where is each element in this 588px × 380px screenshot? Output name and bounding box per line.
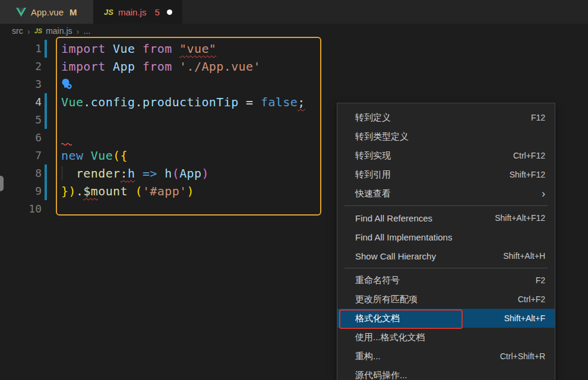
menu-item[interactable]: 转到定义F12: [337, 108, 555, 127]
menu-item-label: 转到实现: [355, 150, 513, 162]
menu-item[interactable]: Show Call HierarchyShift+Alt+H: [337, 246, 555, 265]
code-token: [135, 166, 142, 180]
code-token: (: [135, 184, 142, 198]
menu-item-label: 快速查看: [355, 188, 542, 200]
code-token: h: [128, 166, 135, 180]
code-token: =: [239, 95, 261, 109]
code-token: false: [261, 95, 298, 109]
code-token: .: [135, 95, 142, 109]
breadcrumb: src › JS main.js › ...: [0, 24, 588, 38]
menu-item-shortcut: Shift+Alt+H: [503, 251, 545, 261]
submenu-arrow-icon: ›: [542, 188, 545, 199]
menu-item[interactable]: 重命名符号F2: [337, 271, 555, 290]
code-line[interactable]: 1import Vue from "vue": [0, 40, 588, 58]
code-token: App: [179, 166, 201, 180]
menu-item[interactable]: 源代码操作...: [337, 366, 555, 380]
menu-item-label: 重构...: [355, 351, 500, 362]
error-count-badge: 5: [154, 7, 159, 17]
breadcrumb-item-src[interactable]: src: [12, 26, 23, 36]
tab-label: main.js: [118, 7, 147, 17]
code-text[interactable]: new Vue({: [61, 147, 128, 164]
code-token: ): [187, 184, 194, 198]
dirty-indicator-icon[interactable]: [167, 10, 172, 15]
vue-icon: [16, 8, 26, 17]
breadcrumb-item-symbol[interactable]: ...: [84, 26, 91, 36]
menu-item-label: 转到引用: [355, 169, 510, 180]
lightbulb-icon[interactable]: [61, 77, 72, 91]
menu-item[interactable]: 重构...Ctrl+Shift+R: [337, 347, 555, 366]
code-token: ;: [298, 95, 305, 109]
menu-item-format-document[interactable]: 格式化文档Shift+Alt+F: [337, 309, 555, 328]
menu-separator: [344, 268, 548, 268]
line-number[interactable]: 7: [0, 147, 42, 164]
sidebar-drag-handle[interactable]: [0, 176, 4, 191]
menu-item[interactable]: Find All ReferencesShift+Alt+F12: [337, 208, 555, 227]
code-token: from: [143, 59, 179, 74]
code-token: '#app': [143, 184, 187, 198]
vscode-window: App.vue M JS main.js 5 src › JS main.js …: [0, 0, 588, 380]
tab-app-vue[interactable]: App.vue M: [0, 0, 93, 24]
line-number[interactable]: 4: [0, 93, 42, 111]
line-number[interactable]: 2: [0, 58, 42, 75]
breadcrumb-item-file[interactable]: main.js: [46, 26, 72, 36]
code-token: import: [61, 59, 113, 74]
gutter: [42, 75, 61, 93]
menu-item-label: Find All Implementations: [355, 232, 545, 242]
menu-item-shortcut: F2: [536, 276, 545, 285]
menu-item-shortcut: Shift+Alt+F: [504, 314, 545, 323]
gutter: [42, 129, 61, 147]
code-token: ({: [113, 148, 128, 163]
menu-separator: [344, 205, 548, 206]
code-text[interactable]: render:h => h(App): [61, 164, 209, 182]
menu-item-shortcut: Ctrl+Shift+R: [500, 352, 545, 361]
menu-item[interactable]: 转到引用Shift+F12: [337, 165, 555, 184]
line-number[interactable]: 8: [0, 164, 42, 182]
code-text[interactable]: import App from './App.vue': [61, 58, 261, 75]
code-text[interactable]: [61, 75, 72, 93]
tab-label: App.vue: [31, 7, 64, 17]
git-modified-gutter-icon: [42, 40, 61, 58]
code-line[interactable]: 2import App from './App.vue': [0, 58, 588, 75]
code-token: $m: [83, 184, 98, 198]
gutter: [42, 58, 61, 75]
code-token: Vue: [113, 42, 143, 56]
tab-bar: App.vue M JS main.js 5: [0, 0, 588, 24]
code-text[interactable]: import Vue from "vue": [61, 40, 216, 58]
code-token: import: [61, 42, 113, 56]
tab-main-js[interactable]: JS main.js 5: [93, 0, 182, 24]
chevron-right-icon: ›: [77, 26, 80, 36]
git-modified-gutter-icon: [42, 93, 61, 111]
code-text[interactable]: Vue.config.productionTip = false;: [61, 93, 305, 111]
code-token: './App.vue': [179, 59, 261, 74]
git-modified-badge: M: [69, 7, 77, 17]
line-number[interactable]: 5: [0, 111, 42, 129]
line-number[interactable]: 10: [0, 200, 42, 218]
git-modified-gutter-icon: [42, 111, 61, 129]
git-modified-gutter-icon: [42, 182, 61, 200]
menu-item[interactable]: 转到类型定义: [337, 127, 555, 146]
line-number[interactable]: 9: [0, 182, 42, 200]
menu-item[interactable]: 快速查看›: [337, 184, 555, 203]
js-icon: JS: [104, 8, 113, 17]
code-line[interactable]: 3: [0, 75, 588, 93]
line-number[interactable]: 3: [0, 75, 42, 93]
code-token: Vue: [91, 148, 113, 163]
code-token: "vue": [179, 42, 216, 56]
code-token: Vue: [61, 95, 83, 109]
menu-item[interactable]: Find All Implementations: [337, 227, 555, 246]
menu-item-label: 更改所有匹配项: [355, 294, 518, 305]
menu-item[interactable]: 使用...格式化文档: [337, 328, 555, 347]
menu-item-shortcut: F12: [531, 113, 545, 122]
menu-item-label: 源代码操作...: [355, 370, 545, 380]
menu-item-shortcut: Shift+Alt+F12: [495, 213, 545, 223]
menu-item[interactable]: 转到实现Ctrl+F12: [337, 146, 555, 165]
line-number[interactable]: 6: [0, 129, 42, 147]
code-token: ): [201, 166, 208, 180]
menu-item[interactable]: 更改所有匹配项Ctrl+F2: [337, 290, 555, 309]
line-number[interactable]: 1: [0, 40, 42, 58]
code-token: (: [172, 166, 179, 180]
code-token: [157, 166, 165, 180]
code-text[interactable]: }).$mount ('#app'): [61, 182, 194, 200]
menu-item-label: Find All References: [355, 213, 495, 223]
code-token: h: [165, 166, 172, 180]
